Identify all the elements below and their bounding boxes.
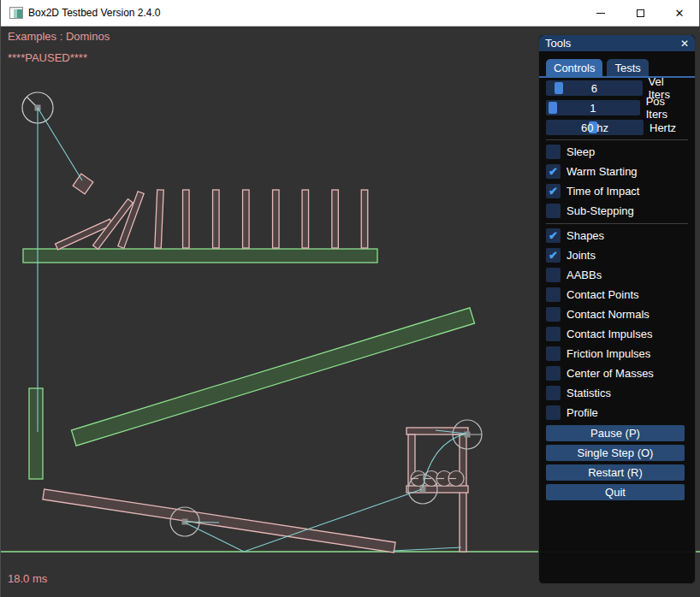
checkbox-row: ✔Time of Impact <box>546 184 688 198</box>
checkbox-label: Sub-Stepping <box>567 204 634 217</box>
slider-vel-iters[interactable]: 6 <box>546 80 643 96</box>
slider-hertz[interactable]: 60 hz <box>546 120 644 135</box>
pause-p-button[interactable]: Pause (P) <box>546 425 685 441</box>
domino <box>361 190 368 248</box>
seesaw-plank <box>43 489 395 553</box>
example-label: Examples : Dominos <box>8 30 110 43</box>
checkbox-profile[interactable] <box>546 405 561 420</box>
slider-value: 1 <box>546 100 640 115</box>
inclined-plank <box>71 308 474 446</box>
domino <box>332 190 339 248</box>
titlebar: Box2D Testbed Version 2.4.0 ✕ <box>1 0 699 27</box>
checkbox-row: ✔Shapes <box>546 228 688 243</box>
draw-option-checkboxes: ✔Shapes✔JointsAABBsContact PointsContact… <box>546 228 688 420</box>
checkbox-joints[interactable]: ✔ <box>546 248 561 263</box>
tools-panel: Tools ✕ ControlsTests 6Vel Iters1Pos Ite… <box>538 34 696 584</box>
checkmark-icon: ✔ <box>549 165 558 178</box>
tools-panel-title: Tools <box>545 37 571 50</box>
domino <box>183 190 190 248</box>
checkbox-label: Statistics <box>567 387 611 399</box>
checkbox-warm-starting[interactable]: ✔ <box>546 164 561 179</box>
checkbox-row: Sleep <box>546 145 688 159</box>
tabbar: ControlsTests <box>539 59 695 76</box>
checkmark-icon: ✔ <box>549 185 558 198</box>
maximize-button[interactable] <box>620 0 660 27</box>
checkbox-center-of-masses[interactable] <box>546 366 561 381</box>
single-step-o-button[interactable]: Single Step (O) <box>546 445 685 461</box>
checkbox-shapes[interactable]: ✔ <box>546 228 561 243</box>
panel-close-icon[interactable]: ✕ <box>680 38 689 49</box>
checkbox-label: Profile <box>567 406 598 419</box>
tools-panel-titlebar[interactable]: Tools ✕ <box>539 35 695 51</box>
domino <box>243 190 250 248</box>
domino-platform <box>23 249 377 263</box>
minimize-icon <box>596 13 605 14</box>
checkbox-contact-points[interactable] <box>546 287 561 302</box>
checkbox-row: Center of Masses <box>546 366 688 381</box>
checkbox-row: Contact Points <box>546 287 688 302</box>
slider-value: 60 hz <box>546 120 644 135</box>
slider-section: 6Vel Iters1Pos Iters60 hzHertz <box>546 80 688 135</box>
checkbox-label: AABBs <box>567 269 602 281</box>
sim-option-checkboxes: Sleep✔Warm Starting✔Time of ImpactSub-St… <box>546 145 688 218</box>
domino-fallen <box>118 192 144 248</box>
checkbox-label: Sleep <box>567 145 595 158</box>
checkbox-time-of-impact[interactable]: ✔ <box>546 184 561 198</box>
quit-button[interactable]: Quit <box>546 484 685 500</box>
checkbox-label: Friction Impulses <box>567 347 650 360</box>
checkbox-friction-impulses[interactable] <box>546 346 561 361</box>
paused-label: ****PAUSED**** <box>8 51 87 64</box>
checkbox-label: Contact Normals <box>567 308 650 321</box>
balls <box>411 471 464 487</box>
slider-value: 6 <box>546 80 643 96</box>
slider-row: 6Vel Iters <box>546 80 688 96</box>
restart-r-button[interactable]: Restart (R) <box>546 464 685 481</box>
checkbox-contact-impulses[interactable] <box>546 327 561 341</box>
frame-time-label: 18.0 ms <box>8 572 47 585</box>
pendulum-box <box>73 174 93 194</box>
slider-row: 60 hzHertz <box>546 120 688 135</box>
action-buttons: Pause (P)Single Step (O)Restart (R)Quit <box>546 425 688 500</box>
checkbox-row: Profile <box>546 405 688 420</box>
checkbox-row: Contact Normals <box>546 307 688 322</box>
slider-label: Pos Iters <box>646 95 688 121</box>
separator <box>546 223 688 224</box>
checkbox-row: Statistics <box>546 386 688 400</box>
checkbox-row: AABBs <box>546 268 688 282</box>
separator <box>546 139 688 140</box>
checkbox-label: Shapes <box>567 229 604 242</box>
checkbox-row: Sub-Stepping <box>546 204 688 218</box>
checkbox-statistics[interactable] <box>546 386 561 400</box>
app-window: Box2D Testbed Version 2.4.0 ✕ <box>0 0 700 597</box>
checkbox-row: Friction Impulses <box>546 346 688 361</box>
checkbox-label: Contact Impulses <box>567 328 652 340</box>
tab-tests[interactable]: Tests <box>607 59 648 76</box>
minimize-button[interactable] <box>581 0 620 27</box>
slider-pos-iters[interactable]: 1 <box>546 100 640 115</box>
maximize-icon <box>637 9 644 17</box>
checkbox-label: Time of Impact <box>567 185 639 198</box>
frame-top-bar <box>406 428 468 434</box>
domino <box>155 190 163 248</box>
slider-label: Hertz <box>650 121 676 134</box>
close-button[interactable]: ✕ <box>660 0 699 27</box>
checkbox-contact-normals[interactable] <box>546 307 561 322</box>
checkbox-label: Contact Points <box>567 288 639 301</box>
checkmark-icon: ✔ <box>549 229 558 242</box>
checkbox-aabbs[interactable] <box>546 268 561 282</box>
checkbox-row: Contact Impulses <box>546 327 688 341</box>
app-icon <box>9 7 23 19</box>
window-title: Box2D Testbed Version 2.4.0 <box>28 7 161 19</box>
checkbox-label: Joints <box>567 249 596 262</box>
domino <box>273 190 280 248</box>
slider-row: 1Pos Iters <box>546 100 688 115</box>
checkbox-sub-stepping[interactable] <box>546 204 561 218</box>
cradle-upper-circle <box>453 420 482 449</box>
static-post <box>29 388 43 479</box>
checkbox-sleep[interactable] <box>546 145 561 159</box>
tab-controls[interactable]: Controls <box>546 59 602 76</box>
checkbox-row: ✔Joints <box>546 248 688 263</box>
checkbox-label: Warm Starting <box>567 165 638 178</box>
checkbox-row: ✔Warm Starting <box>546 164 688 179</box>
checkbox-label: Center of Masses <box>567 367 654 380</box>
